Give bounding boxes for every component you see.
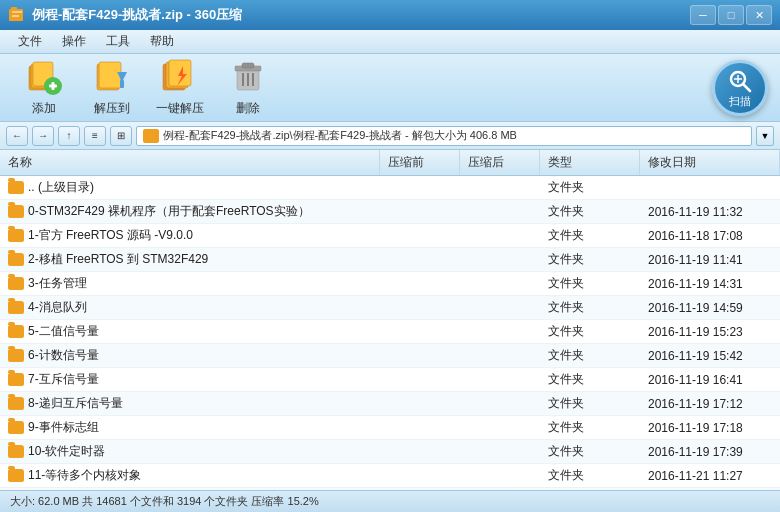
table-row[interactable]: 0-STM32F429 裸机程序（用于配套FreeRTOS实验）文件夹2016-…	[0, 200, 780, 224]
file-name-cell: 3-任务管理	[0, 272, 380, 295]
delete-icon	[229, 58, 267, 96]
file-name-cell: 5-二值信号量	[0, 320, 380, 343]
forward-button[interactable]: →	[32, 126, 54, 146]
table-row[interactable]: 7-互斥信号量文件夹2016-11-19 16:41	[0, 368, 780, 392]
minimize-button[interactable]: ─	[690, 5, 716, 25]
file-name: 7-互斥信号量	[28, 371, 99, 388]
folder-icon	[8, 301, 24, 314]
window-title: 例程-配套F429-挑战者.zip - 360压缩	[32, 6, 690, 24]
menu-item-工具[interactable]: 工具	[96, 31, 140, 52]
file-before-cell	[380, 296, 460, 319]
file-type-cell: 文件夹	[540, 224, 640, 247]
svg-rect-9	[52, 82, 55, 90]
file-list[interactable]: 名称 压缩前 压缩后 类型 修改日期 .. (上级目录)文件夹0-STM32F4…	[0, 150, 780, 490]
file-before-cell	[380, 488, 460, 490]
file-after-cell	[460, 368, 540, 391]
file-name: 2-移植 FreeRTOS 到 STM32F429	[28, 251, 208, 268]
app-icon	[8, 6, 26, 24]
table-row[interactable]: 10-软件定时器文件夹2016-11-19 17:39	[0, 440, 780, 464]
file-name: .. (上级目录)	[28, 179, 94, 196]
file-after-cell	[460, 200, 540, 223]
menu-item-文件[interactable]: 文件	[8, 31, 52, 52]
toolbar: 添加 解压到 一键解压	[0, 54, 780, 122]
menu-item-帮助[interactable]: 帮助	[140, 31, 184, 52]
header-type[interactable]: 类型	[540, 150, 640, 175]
up-button[interactable]: ↑	[58, 126, 80, 146]
table-row[interactable]: 4-消息队列文件夹2016-11-19 14:59	[0, 296, 780, 320]
folder-icon	[8, 325, 24, 338]
table-row[interactable]: 1-官方 FreeRTOS 源码 -V9.0.0文件夹2016-11-18 17…	[0, 224, 780, 248]
status-text: 大小: 62.0 MB 共 14681 个文件和 3194 个文件夹 压缩率 1…	[10, 494, 319, 509]
svg-rect-2	[12, 11, 22, 13]
file-name-cell: 4-消息队列	[0, 296, 380, 319]
folder-icon	[8, 181, 24, 194]
table-row[interactable]: 6-计数信号量文件夹2016-11-19 15:42	[0, 344, 780, 368]
onekey-icon	[161, 58, 199, 96]
list-view-button[interactable]: ≡	[84, 126, 106, 146]
file-date-cell: 2016-11-19 14:59	[640, 296, 780, 319]
folder-icon	[8, 421, 24, 434]
file-date-cell: 2016-11-19 11:32	[640, 200, 780, 223]
header-before[interactable]: 压缩前	[380, 150, 460, 175]
table-row[interactable]: 12-任务信息量文件夹2016-11-21 08:49	[0, 488, 780, 490]
path-input[interactable]: 例程-配套F429-挑战者.zip\例程-配套F429-挑战者 - 解包大小为 …	[136, 126, 752, 146]
file-type-cell: 文件夹	[540, 464, 640, 487]
file-date-cell: 2016-11-19 17:39	[640, 440, 780, 463]
file-before-cell	[380, 224, 460, 247]
table-row[interactable]: 2-移植 FreeRTOS 到 STM32F429文件夹2016-11-19 1…	[0, 248, 780, 272]
back-button[interactable]: ←	[6, 126, 28, 146]
file-type-cell: 文件夹	[540, 344, 640, 367]
add-icon	[25, 58, 63, 96]
svg-rect-29	[144, 130, 150, 134]
header-name[interactable]: 名称	[0, 150, 380, 175]
header-after[interactable]: 压缩后	[460, 150, 540, 175]
onekey-label: 一键解压	[156, 100, 204, 117]
file-before-cell	[380, 248, 460, 271]
file-name: 1-官方 FreeRTOS 源码 -V9.0.0	[28, 227, 193, 244]
folder-icon	[8, 253, 24, 266]
menu-item-操作[interactable]: 操作	[52, 31, 96, 52]
add-button[interactable]: 添加	[10, 59, 78, 117]
table-row[interactable]: 5-二值信号量文件夹2016-11-19 15:23	[0, 320, 780, 344]
file-after-cell	[460, 320, 540, 343]
file-after-cell	[460, 464, 540, 487]
file-name-cell: 2-移植 FreeRTOS 到 STM32F429	[0, 248, 380, 271]
file-name-cell: 9-事件标志组	[0, 416, 380, 439]
file-date-cell	[640, 176, 780, 199]
close-button[interactable]: ✕	[746, 5, 772, 25]
file-before-cell	[380, 368, 460, 391]
onekey-button[interactable]: 一键解压	[146, 59, 214, 117]
grid-view-button[interactable]: ⊞	[110, 126, 132, 146]
file-type-cell: 文件夹	[540, 368, 640, 391]
file-date-cell: 2016-11-19 11:41	[640, 248, 780, 271]
file-before-cell	[380, 464, 460, 487]
file-after-cell	[460, 488, 540, 490]
add-label: 添加	[32, 100, 56, 117]
extract-button[interactable]: 解压到	[78, 59, 146, 117]
file-date-cell: 2016-11-19 17:18	[640, 416, 780, 439]
file-type-cell: 文件夹	[540, 488, 640, 490]
table-row[interactable]: 9-事件标志组文件夹2016-11-19 17:18	[0, 416, 780, 440]
folder-icon	[8, 397, 24, 410]
scan-button[interactable]: 扫描	[712, 60, 768, 116]
scan-icon	[727, 68, 753, 94]
file-name: 3-任务管理	[28, 275, 87, 292]
path-dropdown-button[interactable]: ▼	[756, 126, 774, 146]
file-type-cell: 文件夹	[540, 416, 640, 439]
file-name: 11-等待多个内核对象	[28, 467, 141, 484]
maximize-button[interactable]: □	[718, 5, 744, 25]
delete-button[interactable]: 删除	[214, 59, 282, 117]
file-type-cell: 文件夹	[540, 392, 640, 415]
header-date[interactable]: 修改日期	[640, 150, 780, 175]
file-type-cell: 文件夹	[540, 248, 640, 271]
table-row[interactable]: 8-递归互斥信号量文件夹2016-11-19 17:12	[0, 392, 780, 416]
folder-icon	[8, 445, 24, 458]
table-row[interactable]: .. (上级目录)文件夹	[0, 176, 780, 200]
path-folder-icon	[143, 129, 159, 143]
table-row[interactable]: 11-等待多个内核对象文件夹2016-11-21 11:27	[0, 464, 780, 488]
folder-icon	[8, 469, 24, 482]
file-type-cell: 文件夹	[540, 200, 640, 223]
file-type-cell: 文件夹	[540, 296, 640, 319]
svg-line-25	[744, 84, 751, 91]
table-row[interactable]: 3-任务管理文件夹2016-11-19 14:31	[0, 272, 780, 296]
